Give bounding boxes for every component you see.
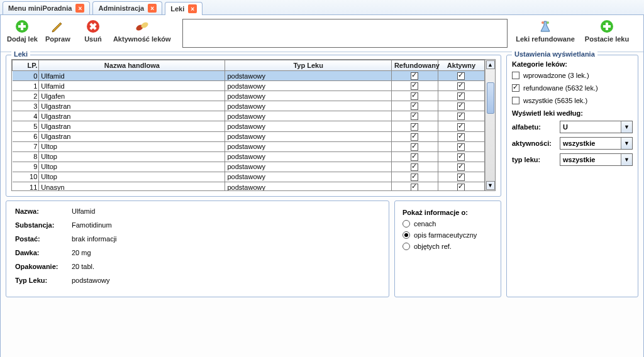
cell-name: Ulfamid: [39, 71, 225, 81]
table-row[interactable]: 6Ulgastranpodstawowy: [13, 131, 485, 141]
checkbox-icon[interactable]: [411, 123, 418, 131]
cell-type: podstawowy: [225, 141, 391, 151]
leki-table: LP. Nazwa handlowa Typ Leku Refundowany …: [11, 59, 496, 191]
checkbox-icon[interactable]: [411, 173, 418, 181]
table-row[interactable]: 10Ultoppodstawowy: [13, 172, 485, 182]
group-legend: Ustawienia wyświetlania: [512, 50, 597, 58]
checkbox-icon[interactable]: [411, 133, 418, 141]
checkbox-icon[interactable]: [457, 163, 465, 171]
scroll-down-icon[interactable]: ▼: [486, 181, 495, 190]
scroll-up-icon[interactable]: ▲: [486, 60, 495, 69]
col-header-akt[interactable]: Aktywny: [438, 60, 484, 71]
radio-opis[interactable]: opis farmaceutyczny: [402, 231, 493, 239]
svg-point-9: [547, 21, 549, 24]
col-header-ref[interactable]: Refundowany: [391, 60, 438, 71]
checkbox-icon[interactable]: [411, 143, 418, 151]
checkbox-icon[interactable]: [457, 133, 465, 141]
cell-lp: 8: [13, 151, 39, 162]
combo-value: wszystkie: [560, 140, 621, 147]
radio-cenach[interactable]: cenach: [402, 220, 493, 228]
checkbox-icon[interactable]: [411, 72, 418, 80]
detail-value: podstawowy: [72, 277, 110, 284]
radio-objetych[interactable]: objętych ref.: [402, 243, 493, 250]
checkbox-icon[interactable]: [411, 113, 418, 120]
tab-label: Administracja: [98, 4, 144, 12]
table-row[interactable]: 5Ulgastranpodstawowy: [13, 121, 485, 131]
checkbox-icon[interactable]: [457, 82, 465, 90]
cell-akt: [438, 151, 484, 162]
cell-ref: [391, 131, 438, 141]
checkbox-icon[interactable]: [457, 123, 465, 131]
check-label: wprowadzone (3 lek.): [523, 72, 589, 79]
cell-ref: [391, 162, 438, 172]
tab-administracja[interactable]: Administracja ×: [92, 1, 162, 14]
checkbox-icon[interactable]: [411, 163, 418, 171]
leki-refundowane-button[interactable]: Leki refundowane: [514, 19, 577, 43]
cell-akt: [438, 131, 484, 141]
checkbox-icon[interactable]: [457, 173, 465, 181]
toolbar-label: Leki refundowane: [516, 35, 575, 43]
postacie-leku-button[interactable]: Postacie leku: [582, 19, 632, 43]
checkbox-icon[interactable]: [457, 92, 465, 100]
checkbox-icon[interactable]: [411, 82, 418, 90]
chevron-down-icon: ▼: [621, 121, 632, 133]
table-row[interactable]: 11Unasynpodstawowy: [13, 182, 485, 190]
scrollbar-thumb[interactable]: [487, 82, 494, 114]
add-lek-button[interactable]: Dodaj lek: [7, 19, 38, 43]
checkbox-icon[interactable]: [457, 72, 465, 80]
table-row[interactable]: 4Ulgastranpodstawowy: [13, 111, 485, 121]
cell-name: Ultop: [39, 151, 225, 162]
table-row[interactable]: 0Ulfamidpodstawowy: [13, 71, 485, 81]
check-wprowadzone[interactable]: wprowadzone (3 lek.): [512, 72, 633, 79]
table-row[interactable]: 9Ultoppodstawowy: [13, 162, 485, 172]
checkbox-icon[interactable]: [457, 153, 465, 161]
close-icon[interactable]: ×: [148, 4, 157, 13]
toolbar-label: Dodaj lek: [7, 35, 38, 43]
table-row[interactable]: 8Ultoppodstawowy: [13, 151, 485, 162]
cell-lp: 4: [13, 111, 39, 121]
checkbox-icon[interactable]: [457, 102, 465, 110]
plus-icon: [598, 19, 616, 34]
checkbox-icon[interactable]: [457, 184, 465, 190]
checkbox-icon[interactable]: [411, 92, 418, 100]
col-header-type[interactable]: Typ Leku: [225, 60, 391, 71]
tab-leki[interactable]: Leki ×: [165, 2, 203, 15]
close-icon[interactable]: ×: [188, 4, 197, 13]
checkbox-icon[interactable]: [457, 113, 465, 120]
checkbox-icon[interactable]: [411, 184, 418, 190]
close-icon[interactable]: ×: [75, 4, 84, 13]
cell-name: Ulfamid: [39, 81, 225, 91]
table-row[interactable]: 3Ulgastranpodstawowy: [13, 101, 485, 111]
cell-lp: 7: [13, 141, 39, 151]
activity-button[interactable]: Aktywność leków: [113, 19, 171, 43]
detail-label: Postać:: [15, 235, 72, 243]
tab-menu-mini[interactable]: Menu miniPoradnia ×: [3, 1, 90, 14]
check-wszystkie[interactable]: wszystkie (5635 lek.): [512, 97, 633, 104]
table-row[interactable]: 1Ulfamidpodstawowy: [13, 81, 485, 91]
checkbox-icon[interactable]: [411, 153, 418, 161]
col-header-lp[interactable]: LP.: [13, 60, 39, 71]
table-row[interactable]: 7Ultoppodstawowy: [13, 141, 485, 151]
cell-lp: 5: [13, 121, 39, 131]
svg-rect-2: [18, 25, 26, 28]
cell-name: Ulgastran: [39, 121, 225, 131]
cell-akt: [438, 91, 484, 101]
active-combo[interactable]: wszystkie▼: [560, 137, 633, 150]
table-row[interactable]: 2Ulgafenpodstawowy: [13, 91, 485, 101]
search-input[interactable]: [182, 19, 508, 48]
edit-button[interactable]: Popraw: [43, 19, 73, 43]
toolbar-label: Popraw: [45, 35, 70, 43]
info-panel: Pokaż informacje o: cenach opis farmaceu…: [394, 200, 501, 297]
toolbar: Dodaj lek Popraw Usuń Aktywność leków Le…: [1, 15, 643, 52]
scrollbar[interactable]: ▲ ▼: [485, 60, 495, 190]
alpha-combo[interactable]: U▼: [560, 121, 633, 133]
cell-name: Unasyn: [39, 182, 225, 190]
checkbox-icon[interactable]: [457, 143, 465, 151]
type-combo[interactable]: wszystkie▼: [560, 153, 633, 166]
checkbox-icon[interactable]: [411, 102, 418, 110]
check-refundowane[interactable]: refundowane (5632 lek.): [512, 84, 633, 92]
delete-button[interactable]: Usuń: [78, 19, 108, 43]
col-header-name[interactable]: Nazwa handlowa: [39, 60, 225, 71]
active-label: aktywności:: [512, 140, 556, 147]
cell-akt: [438, 81, 484, 91]
